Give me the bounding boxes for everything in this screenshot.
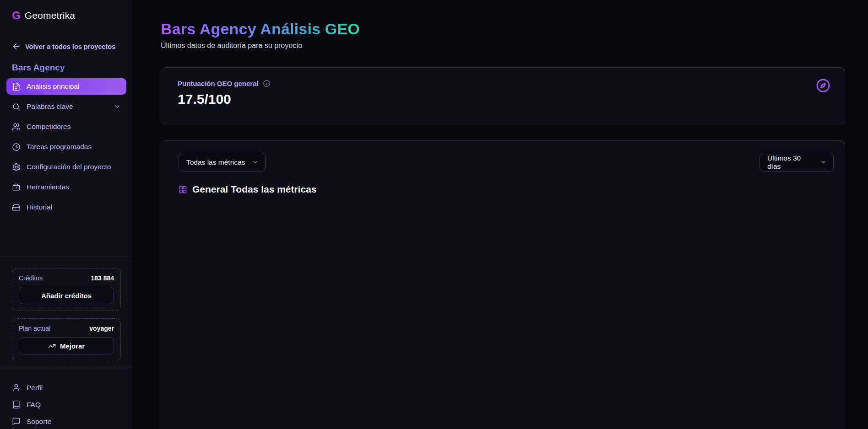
- geo-score-label: Puntuación GEO general: [178, 80, 259, 87]
- project-name: Bars Agency: [12, 63, 121, 73]
- clock-icon: [12, 143, 21, 151]
- plan-label: Plan actual: [19, 325, 50, 332]
- user-icon: [12, 383, 21, 392]
- file-text-icon: [12, 82, 21, 91]
- sidebar: G Geometrika Volver a todos los proyecto…: [0, 0, 131, 429]
- search-icon: [12, 102, 21, 111]
- main-content: Bars Agency Análisis GEO Últimos datos d…: [131, 0, 868, 429]
- chevron-down-icon: [252, 159, 259, 166]
- grid-icon: [179, 185, 187, 194]
- add-credits-button[interactable]: Añadir créditos: [19, 287, 114, 304]
- sidebar-item-soporte[interactable]: Soporte: [12, 413, 121, 429]
- sidebar-item-label: Análisis principal: [27, 82, 79, 91]
- sidebar-nav: Análisis principalPalabras claveCompetid…: [12, 78, 121, 217]
- upgrade-button[interactable]: Mejorar: [19, 337, 114, 354]
- page-title: Bars Agency Análisis GEO: [161, 20, 360, 38]
- info-icon[interactable]: [263, 80, 271, 87]
- logo-text: Geometrika: [25, 10, 76, 21]
- credits-label: Créditos: [19, 274, 43, 282]
- sidebar-item-analisis-principal[interactable]: Análisis principal: [6, 78, 126, 95]
- geo-score-card: Puntuación GEO general 17.5/100: [161, 67, 845, 124]
- geo-score-value: 17.5/100: [178, 91, 828, 107]
- sidebar-item-tareas-programadas[interactable]: Tareas programadas: [6, 137, 126, 157]
- users-icon: [12, 123, 21, 131]
- sidebar-item-label: Configuración del proyecto: [27, 163, 111, 171]
- date-range-dropdown[interactable]: Últimos 30 días: [760, 153, 834, 172]
- sidebar-item-label: Historial: [27, 203, 52, 211]
- sidebar-item-configuracion-del-proyecto[interactable]: Configuración del proyecto: [6, 157, 126, 177]
- sidebar-item-label: Palabras clave: [27, 102, 73, 111]
- back-link-label: Volver a todos los proyectos: [25, 43, 115, 50]
- plan-value: voyager: [89, 325, 114, 332]
- sidebar-item-label: Perfil: [27, 384, 43, 392]
- sidebar-item-faq[interactable]: FAQ: [12, 396, 121, 413]
- sidebar-item-competidores[interactable]: Competidores: [6, 117, 126, 137]
- page-subtitle: Últimos datos de auditoría para su proye…: [161, 42, 845, 50]
- sidebar-item-label: Herramientas: [27, 183, 69, 191]
- line-chart-svg: 08162432036912Sep 7Sep 9Sep 11Sep 13Sep …: [161, 198, 845, 429]
- app-logo[interactable]: G Geometrika: [12, 9, 121, 22]
- book-icon: [12, 400, 21, 409]
- sidebar-item-herramientas[interactable]: Herramientas: [6, 177, 126, 197]
- logo-mark: G: [12, 9, 21, 22]
- sidebar-item-historial[interactable]: Historial: [6, 197, 126, 217]
- sidebar-divider: [0, 369, 131, 369]
- gear-icon: [12, 163, 21, 172]
- sidebar-item-label: Competidores: [27, 123, 71, 131]
- trending-up-icon: [48, 342, 56, 350]
- hard-drive-icon: [12, 203, 21, 212]
- metrics-chart-card: Todas las métricas Últimos 30 días Gener…: [161, 140, 845, 429]
- sidebar-item-label: Soporte: [27, 418, 51, 426]
- sidebar-item-palabras-clave[interactable]: Palabras clave: [6, 97, 126, 117]
- chevron-down-icon: [820, 159, 827, 166]
- sidebar-item-label: FAQ: [27, 401, 41, 409]
- metrics-dropdown[interactable]: Todas las métricas: [179, 153, 266, 172]
- sidebar-divider: [0, 257, 131, 257]
- toolbox-icon: [12, 183, 21, 192]
- credits-value: 183 884: [91, 274, 114, 282]
- compass-icon[interactable]: [815, 78, 831, 93]
- credits-box: Créditos 183 884 Añadir créditos: [12, 268, 121, 311]
- chevron-down-icon: [114, 103, 121, 110]
- arrow-left-icon: [12, 42, 21, 51]
- sidebar-item-perfil[interactable]: Perfil: [12, 379, 121, 396]
- chat-icon: [12, 417, 21, 426]
- plan-box: Plan actual voyager Mejorar: [12, 318, 121, 361]
- metrics-line-chart: 08162432036912Sep 7Sep 9Sep 11Sep 13Sep …: [161, 198, 845, 429]
- sidebar-item-label: Tareas programadas: [27, 143, 92, 151]
- back-to-projects-link[interactable]: Volver a todos los proyectos: [12, 42, 121, 51]
- chart-section-title: General Todas las métricas: [192, 184, 317, 195]
- sidebar-footer-nav: PerfilFAQSoporteCerrar sesión: [12, 379, 121, 429]
